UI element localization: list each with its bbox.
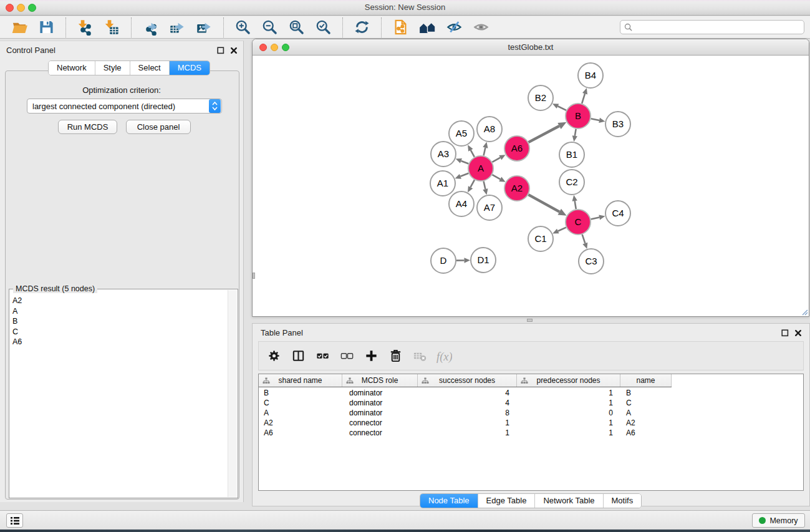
toolbar-separator bbox=[223, 17, 224, 37]
table-cell[interactable]: 0 bbox=[517, 408, 620, 418]
tab-select[interactable]: Select bbox=[130, 61, 170, 75]
table-cell[interactable]: 1 bbox=[517, 418, 620, 428]
table-cell[interactable]: C bbox=[259, 398, 342, 408]
table-cell[interactable]: dominator bbox=[342, 408, 418, 418]
result-list-item[interactable]: B bbox=[12, 316, 228, 327]
graph-node-label: D1 bbox=[477, 254, 489, 265]
table-row[interactable]: Bdominator41B bbox=[259, 388, 803, 398]
split-panel-button[interactable] bbox=[290, 348, 306, 364]
column-header-successor-nodes[interactable]: successor nodes bbox=[418, 374, 517, 387]
table-cell[interactable]: 4 bbox=[418, 398, 517, 408]
export-network-button[interactable] bbox=[142, 19, 159, 36]
table-cell[interactable]: B bbox=[620, 388, 672, 398]
hide-details-button[interactable] bbox=[445, 19, 463, 36]
column-header-shared-name[interactable]: shared name bbox=[259, 374, 342, 387]
close-panel-button[interactable]: Close panel bbox=[126, 120, 191, 134]
table-row[interactable]: A2connector11A2 bbox=[259, 418, 803, 428]
zoom-selected-button[interactable] bbox=[314, 19, 332, 36]
table-cell[interactable]: A2 bbox=[620, 418, 672, 428]
column-header-name[interactable]: name bbox=[620, 374, 672, 387]
show-details-button[interactable] bbox=[472, 19, 489, 36]
graph-node-label: B4 bbox=[585, 70, 596, 80]
deselect-all-button[interactable] bbox=[339, 348, 355, 364]
graph-edge-C-C2 bbox=[575, 201, 576, 209]
add-column-button[interactable] bbox=[363, 348, 379, 364]
float-panel-button[interactable] bbox=[217, 46, 224, 57]
run-mcds-button[interactable]: Run MCDS bbox=[58, 120, 117, 134]
export-table-button[interactable] bbox=[168, 19, 186, 36]
close-panel-icon[interactable] bbox=[230, 46, 238, 57]
graph-edge-A-A7 bbox=[484, 181, 486, 189]
table-cell[interactable]: 1 bbox=[517, 388, 620, 398]
table-cell[interactable]: dominator bbox=[342, 398, 418, 408]
tab-motifs[interactable]: Motifs bbox=[604, 494, 642, 508]
table-cell[interactable]: 4 bbox=[418, 388, 517, 398]
criterion-dropdown[interactable]: largest connected component (directed) bbox=[27, 99, 222, 114]
table-cell[interactable]: 1 bbox=[418, 418, 517, 428]
left-divider-handle[interactable] bbox=[253, 273, 255, 279]
table-row[interactable]: Cdominator41C bbox=[259, 398, 803, 408]
first-neighbors-button[interactable] bbox=[418, 19, 436, 36]
graph-edge-A6-B bbox=[529, 126, 559, 142]
result-list-item[interactable]: A2 bbox=[12, 296, 228, 306]
result-list-item[interactable]: C bbox=[12, 327, 228, 337]
table-cell[interactable]: A bbox=[620, 408, 672, 418]
graph-edge-C-C4 bbox=[591, 218, 600, 220]
zoom-in-button[interactable] bbox=[234, 19, 251, 36]
result-list-item[interactable]: A bbox=[12, 306, 228, 317]
table-cell[interactable]: 1 bbox=[418, 428, 517, 438]
table-cell[interactable]: connector bbox=[342, 428, 418, 438]
table-cell[interactable]: 1 bbox=[517, 428, 620, 438]
table-cell[interactable]: connector bbox=[342, 418, 418, 428]
search-box[interactable] bbox=[620, 20, 804, 34]
tab-mcds[interactable]: MCDS bbox=[170, 61, 210, 75]
table-cell[interactable]: A6 bbox=[259, 428, 342, 438]
zoom-out-button[interactable] bbox=[261, 19, 278, 36]
column-header-predecessor-nodes[interactable]: predecessor nodes bbox=[517, 374, 620, 387]
memory-button[interactable]: Memory bbox=[752, 513, 805, 528]
table-cell[interactable]: 1 bbox=[517, 398, 620, 408]
gear-button[interactable] bbox=[266, 348, 282, 364]
open-file-button[interactable] bbox=[11, 19, 28, 36]
column-header-MCDS-role[interactable]: MCDS role bbox=[342, 374, 418, 387]
save-session-button[interactable] bbox=[37, 19, 55, 36]
graph-node-label: C bbox=[575, 216, 582, 227]
import-table-button[interactable] bbox=[103, 19, 120, 36]
table-cell[interactable]: A6 bbox=[620, 428, 672, 438]
result-scrollbar[interactable] bbox=[228, 290, 237, 497]
table-cell[interactable]: 8 bbox=[418, 408, 517, 418]
tab-network-table[interactable]: Network Table bbox=[535, 494, 603, 508]
table-row[interactable]: Adominator80A bbox=[259, 408, 803, 418]
table-cell[interactable]: C bbox=[620, 398, 672, 408]
network-canvas[interactable]: AA1A2A3A4A5A6A7A8BB1B2B3B4CC1C2C3C4DD1 bbox=[253, 56, 809, 316]
task-history-button[interactable] bbox=[6, 513, 23, 528]
horizontal-divider-handle[interactable] bbox=[527, 319, 533, 322]
table-toolbar: f(x) bbox=[258, 341, 804, 370]
window-resize-handle[interactable] bbox=[801, 309, 808, 316]
close-table-panel-icon[interactable] bbox=[794, 328, 802, 339]
tab-style[interactable]: Style bbox=[95, 61, 130, 75]
list-icon bbox=[10, 516, 20, 525]
table-cell[interactable]: A2 bbox=[259, 418, 342, 428]
tab-edge-table[interactable]: Edge Table bbox=[478, 494, 536, 508]
import-network-button[interactable] bbox=[76, 19, 94, 36]
refresh-layout-button[interactable] bbox=[353, 19, 370, 36]
network-window-titlebar[interactable]: testGlobe.txt bbox=[253, 39, 809, 56]
select-all-button[interactable] bbox=[314, 348, 330, 364]
table-cell[interactable]: dominator bbox=[342, 388, 418, 398]
window-title: Session: New Session bbox=[0, 2, 810, 12]
graph-node-label: C1 bbox=[534, 233, 546, 244]
tab-node-table[interactable]: Node Table bbox=[420, 494, 478, 508]
table-cell[interactable]: A bbox=[259, 408, 342, 418]
result-list-item[interactable]: A6 bbox=[12, 337, 228, 347]
delete-columns-button[interactable] bbox=[387, 348, 403, 364]
search-input[interactable] bbox=[635, 23, 804, 32]
zoom-fit-button[interactable] bbox=[287, 19, 305, 36]
table-cell[interactable]: B bbox=[259, 388, 342, 398]
tab-network[interactable]: Network bbox=[49, 61, 95, 75]
add-column-icon bbox=[364, 349, 378, 363]
network-from-document-button[interactable] bbox=[392, 19, 409, 36]
table-row[interactable]: A6connector11A6 bbox=[259, 428, 803, 438]
export-image-button[interactable] bbox=[195, 19, 213, 36]
float-table-panel-button[interactable] bbox=[781, 328, 789, 339]
